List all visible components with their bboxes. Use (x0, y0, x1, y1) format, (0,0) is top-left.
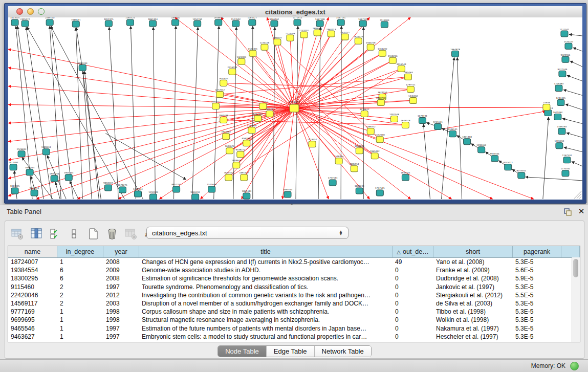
table-row[interactable]: 946554611997Estimation of the future num… (8, 324, 580, 333)
table-row[interactable]: 1830029562008Estimation of significance … (8, 274, 580, 282)
graph-node[interactable]: 4170041 (258, 100, 268, 110)
column-header-year[interactable]: year (103, 246, 139, 257)
graph-node[interactable]: 1899234 (41, 146, 51, 155)
row-height-icon[interactable] (67, 227, 81, 241)
table-row[interactable]: 977716911998Corpus callosum shape and si… (8, 308, 580, 316)
column-header-short[interactable]: short (433, 246, 513, 257)
float-panel-icon[interactable] (563, 207, 572, 216)
graph-node[interactable]: 1065332 (170, 17, 180, 26)
graph-node[interactable]: 9916544 (397, 63, 406, 72)
graph-node[interactable]: 2405572 (20, 18, 30, 27)
table-selector[interactable]: citations_edges.txt ▲▼ (146, 227, 349, 239)
graph-node[interactable]: 1209383 (554, 82, 564, 92)
graph-node[interactable]: 1649578 (401, 119, 410, 128)
graph-node[interactable]: 1916682 (221, 130, 231, 140)
graph-node[interactable]: 9745141 (433, 121, 443, 130)
graph-node[interactable]: 1813004 (10, 17, 20, 26)
graph-node[interactable]: 9858107 (103, 182, 113, 191)
graph-node[interactable]: 1052760 (192, 18, 202, 27)
graph-node[interactable]: 1272012 (215, 89, 225, 98)
graph-node[interactable]: 2300217 (265, 108, 275, 117)
tab-edge-table[interactable]: Edge Table (267, 346, 315, 357)
graph-node[interactable]: 9245021 (503, 161, 513, 170)
graph-node[interactable]: 9438222 (235, 148, 245, 158)
graph-node[interactable]: 1701650 (555, 140, 564, 149)
graph-node[interactable]: 7625402 (224, 171, 233, 181)
graph-node[interactable]: 1518457 (308, 138, 317, 147)
graph-node[interactable]: 1965492 (370, 150, 380, 159)
graph-node[interactable]: 2069140 (45, 17, 55, 26)
table-row[interactable]: 2242004622012Investigating the contribut… (8, 291, 580, 299)
graph-node[interactable]: 1244415 (556, 97, 566, 106)
graph-node[interactable]: 1621064 (553, 111, 563, 120)
graph-node[interactable]: 1090463 (476, 144, 486, 153)
graph-node[interactable]: 1770161 (561, 167, 571, 177)
graph-node[interactable]: 1558216 (388, 55, 398, 64)
graph-node[interactable]: 1068860 (355, 145, 364, 154)
graph-node[interactable]: 1830217 (211, 100, 221, 110)
graph-node[interactable]: 1069141 (71, 18, 81, 28)
graph-node[interactable]: 1065325 (125, 17, 135, 26)
graph-node[interactable]: 1664878 (450, 48, 460, 57)
graph-node[interactable]: 2526694 (17, 148, 27, 157)
graph-node[interactable]: 1895443 (283, 188, 293, 198)
graph-node[interactable]: 9466162 (270, 18, 279, 27)
graph-node[interactable]: 1757544 (328, 177, 338, 186)
network-canvas[interactable]: 1813004240557220691401069141181197510653… (8, 17, 582, 200)
table-mode-icon[interactable] (10, 227, 25, 241)
graph-node[interactable]: 1811975 (104, 18, 114, 27)
graph-node[interactable]: 1678275 (118, 184, 127, 193)
tab-node-table[interactable]: Node Table (218, 346, 267, 357)
graph-node[interactable]: 9346141 (448, 128, 458, 137)
graph-node[interactable]: 2005334 (78, 62, 88, 71)
graph-node[interactable]: 1667138 (315, 18, 325, 27)
table-row[interactable]: 946362711997Embryonic stem cells: a mode… (8, 333, 580, 341)
graph-node[interactable]: 1851814 (219, 77, 228, 86)
graph-node[interactable]: 6216612 (360, 108, 369, 117)
graph-node[interactable]: 9587853 (242, 137, 252, 146)
column-header-out_de[interactable]: △out_de… (393, 246, 433, 257)
scrollbar-thumb[interactable] (573, 259, 578, 277)
graph-node[interactable]: 8267150 (253, 113, 263, 122)
column-header-in_degree[interactable]: in_degree (57, 246, 103, 257)
graph-node[interactable]: 15958 (543, 101, 550, 111)
graph-node[interactable]: 2260552 (273, 36, 282, 46)
graph-node[interactable]: 1575107 (564, 40, 574, 50)
citation-graph[interactable]: 1813004240557220691401069141181197510653… (8, 17, 582, 200)
select-columns-icon[interactable]: ✔✔ (48, 227, 62, 241)
table-row[interactable]: 911546021997Tourette syndrome. Phenomeno… (8, 283, 580, 291)
graph-node[interactable]: 9245041 (516, 169, 526, 179)
graph-node[interactable]: 1224008 (286, 32, 295, 41)
graph-node[interactable]: 1320142 (340, 31, 350, 40)
minimize-window-icon[interactable] (27, 8, 34, 15)
graph-node[interactable]: 1861304 (148, 18, 158, 27)
graph-node[interactable]: 1297511 (406, 83, 416, 93)
graph-node[interactable]: 1112041 (560, 28, 570, 37)
graph-node[interactable]: 1604676 (225, 145, 234, 154)
graph-node[interactable]: 9924501 (490, 152, 499, 162)
graph-node[interactable]: 9329966 (561, 54, 571, 63)
graph-node[interactable]: 1422004 (236, 56, 246, 65)
graph-node[interactable]: 1667139 (358, 18, 368, 27)
graph-node[interactable]: 1292345 (148, 191, 158, 200)
graph-node[interactable]: 9365312 (190, 191, 200, 200)
column-header-title[interactable]: title (139, 246, 393, 257)
graph-node[interactable]: 1571648 (207, 183, 216, 192)
graph-node[interactable]: 1865443 (242, 190, 252, 199)
graph-node[interactable]: 1446362 (408, 95, 418, 104)
graph-node[interactable]: 1965498 (219, 114, 228, 123)
show-columns-icon[interactable] (29, 227, 43, 241)
graph-node[interactable]: 1080748 (376, 97, 386, 106)
graph-node[interactable]: 1167534 (562, 154, 572, 163)
graph-node[interactable]: 1845321 (401, 171, 410, 181)
graph-node[interactable]: 1881234 (355, 185, 364, 194)
graph-node[interactable]: 1757545 (375, 187, 385, 196)
close-window-icon[interactable] (16, 8, 23, 15)
graph-node[interactable]: 1292344 (133, 188, 143, 197)
graph-node[interactable]: 1518454 (334, 155, 344, 164)
graph-node[interactable]: 1961013 (326, 28, 336, 37)
graph-node[interactable]: 9857791 (171, 183, 181, 192)
graph-node[interactable]: 1071914 (293, 17, 302, 26)
graph-node[interactable]: 1696461 (313, 27, 322, 36)
graph-node[interactable]: 9346511 (30, 187, 39, 196)
